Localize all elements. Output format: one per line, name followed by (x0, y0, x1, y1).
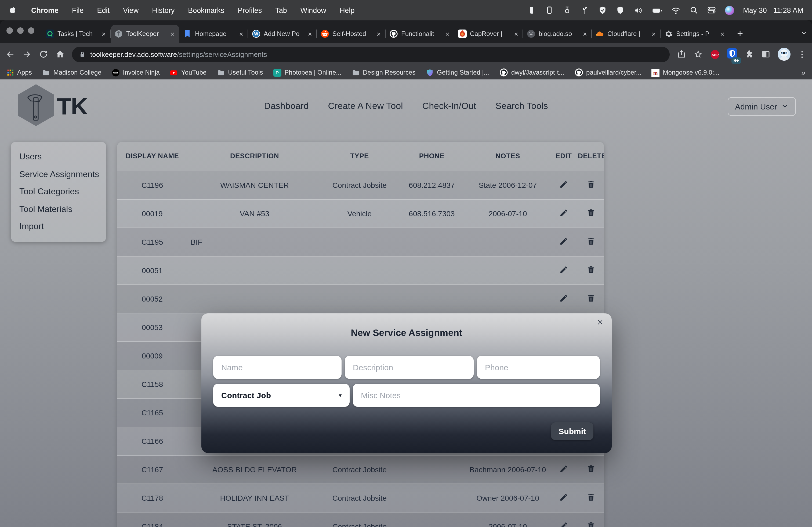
bookmark-item[interactable]: Useful Tools (217, 69, 263, 76)
delete-button[interactable] (586, 293, 596, 302)
menu-bar-date[interactable]: May 30 (743, 6, 767, 14)
shield-check-icon[interactable] (598, 6, 607, 15)
delete-button[interactable] (586, 180, 596, 189)
tab-search-chevron-icon[interactable] (800, 29, 808, 39)
type-select[interactable]: Contract Job ▼ (213, 384, 350, 407)
plant-icon[interactable] (580, 6, 589, 15)
delete-button[interactable] (586, 521, 596, 527)
delete-button[interactable] (586, 464, 596, 473)
bookmark-item[interactable]: m Mongoose v6.9.0:... (652, 69, 720, 76)
menu-item-view[interactable]: View (123, 6, 139, 14)
sidebar-item-service-assignments[interactable]: Service Assignments (11, 166, 106, 183)
edit-button[interactable] (559, 464, 568, 473)
browser-tab[interactable]: W Add New Po × (248, 25, 317, 43)
modal-close-icon[interactable] (596, 318, 604, 326)
edit-button[interactable] (559, 521, 568, 527)
menu-item-edit[interactable]: Edit (97, 6, 110, 14)
edit-button[interactable] (559, 236, 568, 245)
menu-item-tab[interactable]: Tab (275, 6, 287, 14)
edit-button[interactable] (559, 293, 568, 302)
menu-item-history[interactable]: History (152, 6, 175, 14)
delete-button[interactable] (586, 492, 596, 501)
description-input[interactable] (345, 356, 474, 379)
submit-button[interactable]: Submit (551, 422, 593, 440)
browser-tab[interactable]: CapRover | × (454, 25, 523, 43)
tab-close-icon[interactable]: × (719, 30, 726, 38)
phone-input[interactable] (477, 356, 600, 379)
delete-button[interactable] (586, 265, 596, 274)
edit-button[interactable] (559, 492, 568, 501)
url-text[interactable]: toolkeeper.dev.ado.software/settings/ser… (90, 50, 267, 58)
menu-item-window[interactable]: Window (301, 6, 326, 14)
sidebar-item-tool-categories[interactable]: Tool Categories (11, 183, 106, 200)
menu-item-chrome[interactable]: Chrome (31, 6, 59, 14)
apple-icon[interactable] (9, 6, 18, 15)
nav-check-in-out[interactable]: Check-In/Out (422, 101, 476, 111)
tab-close-icon[interactable]: × (307, 30, 313, 38)
display-icon[interactable] (545, 6, 553, 15)
sidebar-item-tool-materials[interactable]: Tool Materials (11, 200, 106, 218)
nav-dashboard[interactable]: Dashboard (264, 101, 308, 111)
iphone-icon[interactable] (527, 6, 536, 15)
bookmark-item[interactable]: dwyl/Javascript-t... (499, 68, 564, 77)
menu-bar-time[interactable]: 11:28 AM (773, 6, 803, 14)
extensions-puzzle-icon[interactable] (744, 49, 754, 59)
nav-search-tools[interactable]: Search Tools (495, 101, 548, 111)
tab-close-icon[interactable]: × (238, 30, 244, 38)
browser-tab[interactable]: Functionalit × (386, 25, 454, 43)
bookmark-item[interactable]: Apps (6, 69, 32, 76)
battery-icon[interactable] (652, 5, 662, 15)
browser-tab[interactable]: Settings - P × (661, 25, 729, 43)
address-bar[interactable]: toolkeeper.dev.ado.software/settings/ser… (72, 46, 670, 62)
browser-tab[interactable]: Self-Hosted × (317, 25, 386, 43)
control-center-icon[interactable] (707, 6, 715, 15)
share-icon[interactable] (677, 49, 686, 59)
back-icon[interactable] (5, 49, 15, 59)
bookmark-item[interactable]: Invoice Ninja (112, 69, 160, 76)
bookmark-item[interactable]: Getting Started |... (425, 69, 489, 76)
delete-button[interactable] (586, 208, 596, 217)
tab-close-icon[interactable]: × (170, 30, 176, 38)
app-logo[interactable]: TK (16, 84, 264, 129)
sidebar-item-users[interactable]: Users (11, 148, 106, 166)
sidebar-item-import[interactable]: Import (11, 218, 106, 235)
bitwarden-extension-icon[interactable]: 9+ (727, 48, 737, 60)
reload-icon[interactable] (39, 49, 48, 59)
wifi-icon[interactable] (671, 6, 680, 15)
edit-button[interactable] (559, 180, 568, 189)
menu-item-file[interactable]: File (72, 6, 84, 14)
name-input[interactable] (213, 356, 342, 379)
tab-close-icon[interactable]: × (376, 30, 382, 38)
bookmark-item[interactable]: YouTube (170, 69, 206, 76)
home-icon[interactable] (55, 49, 65, 59)
zoom-window-button[interactable] (28, 27, 34, 34)
browser-menu-kebab-icon[interactable] (798, 50, 807, 59)
tab-close-icon[interactable]: × (445, 30, 451, 38)
tab-close-icon[interactable]: × (582, 30, 588, 38)
menu-item-help[interactable]: Help (340, 6, 355, 14)
bookmark-item[interactable]: P Photopea | Online... (273, 69, 342, 76)
edit-button[interactable] (559, 208, 568, 217)
bookmark-item[interactable]: Madison College (42, 69, 102, 76)
minimize-window-button[interactable] (17, 27, 24, 34)
browser-tab[interactable]: Tasks | Tech × (42, 25, 111, 43)
admin-user-menu[interactable]: Admin User (727, 97, 796, 116)
side-panel-icon[interactable] (761, 49, 771, 59)
browser-tab[interactable]: ToolKeeper × (111, 25, 179, 43)
tether-icon[interactable] (563, 6, 571, 15)
misc-notes-input[interactable] (353, 384, 600, 407)
close-window-button[interactable] (6, 27, 13, 34)
browser-tab[interactable]: blog.ado.so × (523, 25, 592, 43)
edit-button[interactable] (559, 265, 568, 274)
delete-button[interactable] (586, 236, 596, 245)
shield-icon[interactable] (616, 6, 624, 15)
menu-item-profiles[interactable]: Profiles (238, 6, 262, 14)
tab-close-icon[interactable]: × (101, 30, 107, 38)
siri-icon[interactable] (725, 6, 734, 15)
volume-icon[interactable] (634, 6, 642, 15)
profile-avatar[interactable] (778, 48, 791, 61)
new-tab-button[interactable]: + (733, 26, 748, 41)
bookmark-item[interactable]: paulveillard/cyber... (574, 68, 641, 77)
browser-tab[interactable]: Homepage × (179, 25, 248, 43)
bookmark-star-icon[interactable] (693, 49, 703, 59)
